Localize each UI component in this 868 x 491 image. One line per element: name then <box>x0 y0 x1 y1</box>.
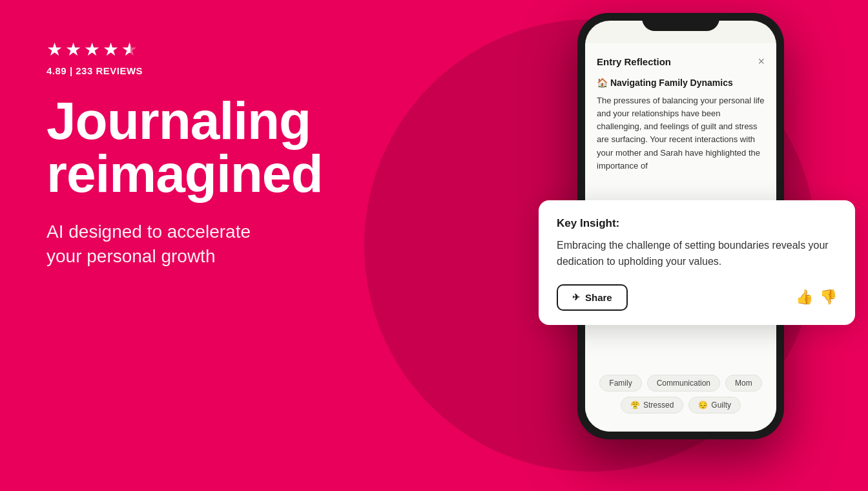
reviews-count: 233 REVIEWS <box>76 65 143 76</box>
separator: | <box>70 65 76 76</box>
thumbs-down-icon: 👎 <box>820 289 837 305</box>
entry-body: The pressures of balancing your personal… <box>597 94 765 172</box>
share-label: Share <box>585 292 612 303</box>
tag-mom: Mom <box>725 375 762 392</box>
rating-value: 4.89 <box>46 65 67 76</box>
tag-communication: Communication <box>647 375 720 392</box>
stars-container: ★ ★ ★ ★ ★★ <box>46 39 138 60</box>
left-content: ★ ★ ★ ★ ★★ 4.89 | 233 REVIEWS Journaling… <box>46 39 322 269</box>
thumbs-up-icon: 👍 <box>796 289 813 305</box>
tags-row-2: 😤 Stressed 😔 Guilty <box>597 397 765 413</box>
entry-reflection-title: Entry Reflection <box>597 56 671 67</box>
close-button[interactable]: × <box>758 55 765 68</box>
star-2: ★ <box>65 39 81 60</box>
phone-notch <box>642 13 719 31</box>
insight-card: Key Insight: Embracing the challenge of … <box>539 200 855 325</box>
stressed-label: Stressed <box>643 401 674 410</box>
stressed-emoji: 😤 <box>630 401 640 410</box>
heading-line2: reimagined <box>46 144 322 203</box>
tags-section: Family Communication Mom 😤 Stressed 😔 Gu… <box>597 375 765 419</box>
tag-stressed: 😤 Stressed <box>621 397 683 413</box>
insight-label: Key Insight: <box>557 217 837 230</box>
share-button[interactable]: ✈ Share <box>557 284 628 311</box>
guilty-label: Guilty <box>711 401 731 410</box>
entry-subtitle: 🏠 Navigating Family Dynamics <box>597 78 765 88</box>
star-4: ★ <box>103 39 119 60</box>
feedback-buttons: 👍 👎 <box>796 289 837 306</box>
insight-text: Embracing the challenge of setting bound… <box>557 238 837 270</box>
insight-footer: ✈ Share 👍 👎 <box>557 284 837 311</box>
tag-family: Family <box>599 375 641 392</box>
thumbs-down-button[interactable]: 👎 <box>820 289 837 306</box>
tag-guilty: 😔 Guilty <box>688 397 741 413</box>
main-heading: Journaling reimagined <box>46 94 322 200</box>
guilty-emoji: 😔 <box>698 401 708 410</box>
star-5-half: ★★ <box>121 39 138 60</box>
thumbs-up-button[interactable]: 👍 <box>796 289 813 306</box>
heading-line1: Journaling <box>46 91 311 150</box>
share-icon: ✈ <box>572 292 580 302</box>
stars-row: ★ ★ ★ ★ ★★ <box>46 39 322 60</box>
entry-emoji: 🏠 <box>597 78 608 88</box>
tags-row-1: Family Communication Mom <box>597 375 765 392</box>
sub-heading: AI designed to accelerate your personal … <box>46 220 322 269</box>
rating-text: 4.89 | 233 REVIEWS <box>46 65 322 76</box>
subheading-line2: your personal growth <box>46 246 215 266</box>
star-1: ★ <box>46 39 63 60</box>
subheading-line1: AI designed to accelerate <box>46 222 251 242</box>
entry-subtitle-text: Navigating Family Dynamics <box>610 78 733 88</box>
star-3: ★ <box>84 39 100 60</box>
entry-header: Entry Reflection × <box>597 55 765 68</box>
